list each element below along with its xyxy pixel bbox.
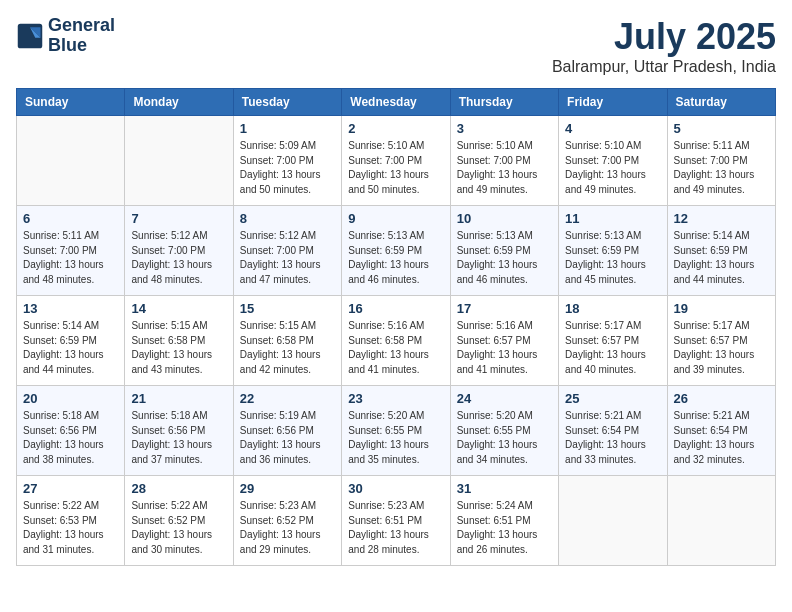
day-info: Sunrise: 5:22 AM Sunset: 6:52 PM Dayligh… [131, 499, 226, 557]
week-row-3: 13Sunrise: 5:14 AM Sunset: 6:59 PM Dayli… [17, 296, 776, 386]
day-info: Sunrise: 5:09 AM Sunset: 7:00 PM Dayligh… [240, 139, 335, 197]
day-info: Sunrise: 5:20 AM Sunset: 6:55 PM Dayligh… [457, 409, 552, 467]
day-number: 9 [348, 211, 443, 226]
day-number: 6 [23, 211, 118, 226]
calendar-cell: 8Sunrise: 5:12 AM Sunset: 7:00 PM Daylig… [233, 206, 341, 296]
day-info: Sunrise: 5:14 AM Sunset: 6:59 PM Dayligh… [23, 319, 118, 377]
day-number: 21 [131, 391, 226, 406]
day-info: Sunrise: 5:23 AM Sunset: 6:52 PM Dayligh… [240, 499, 335, 557]
day-info: Sunrise: 5:11 AM Sunset: 7:00 PM Dayligh… [674, 139, 769, 197]
week-row-4: 20Sunrise: 5:18 AM Sunset: 6:56 PM Dayli… [17, 386, 776, 476]
day-number: 30 [348, 481, 443, 496]
day-info: Sunrise: 5:15 AM Sunset: 6:58 PM Dayligh… [240, 319, 335, 377]
day-info: Sunrise: 5:19 AM Sunset: 6:56 PM Dayligh… [240, 409, 335, 467]
day-number: 27 [23, 481, 118, 496]
calendar-cell: 10Sunrise: 5:13 AM Sunset: 6:59 PM Dayli… [450, 206, 558, 296]
calendar-cell: 15Sunrise: 5:15 AM Sunset: 6:58 PM Dayli… [233, 296, 341, 386]
location-subtitle: Balrampur, Uttar Pradesh, India [552, 58, 776, 76]
day-number: 28 [131, 481, 226, 496]
weekday-header-tuesday: Tuesday [233, 89, 341, 116]
day-number: 4 [565, 121, 660, 136]
calendar-cell: 14Sunrise: 5:15 AM Sunset: 6:58 PM Dayli… [125, 296, 233, 386]
day-number: 8 [240, 211, 335, 226]
day-number: 25 [565, 391, 660, 406]
weekday-header-saturday: Saturday [667, 89, 775, 116]
day-info: Sunrise: 5:18 AM Sunset: 6:56 PM Dayligh… [23, 409, 118, 467]
day-info: Sunrise: 5:23 AM Sunset: 6:51 PM Dayligh… [348, 499, 443, 557]
week-row-1: 1Sunrise: 5:09 AM Sunset: 7:00 PM Daylig… [17, 116, 776, 206]
day-info: Sunrise: 5:10 AM Sunset: 7:00 PM Dayligh… [457, 139, 552, 197]
day-info: Sunrise: 5:13 AM Sunset: 6:59 PM Dayligh… [565, 229, 660, 287]
day-info: Sunrise: 5:11 AM Sunset: 7:00 PM Dayligh… [23, 229, 118, 287]
logo-icon [16, 22, 44, 50]
day-info: Sunrise: 5:21 AM Sunset: 6:54 PM Dayligh… [674, 409, 769, 467]
day-number: 1 [240, 121, 335, 136]
week-row-5: 27Sunrise: 5:22 AM Sunset: 6:53 PM Dayli… [17, 476, 776, 566]
day-number: 7 [131, 211, 226, 226]
day-number: 10 [457, 211, 552, 226]
calendar-cell: 6Sunrise: 5:11 AM Sunset: 7:00 PM Daylig… [17, 206, 125, 296]
day-number: 11 [565, 211, 660, 226]
calendar-cell: 1Sunrise: 5:09 AM Sunset: 7:00 PM Daylig… [233, 116, 341, 206]
day-number: 17 [457, 301, 552, 316]
day-info: Sunrise: 5:10 AM Sunset: 7:00 PM Dayligh… [348, 139, 443, 197]
day-info: Sunrise: 5:22 AM Sunset: 6:53 PM Dayligh… [23, 499, 118, 557]
weekday-header-sunday: Sunday [17, 89, 125, 116]
day-number: 29 [240, 481, 335, 496]
page-header: General Blue July 2025 Balrampur, Uttar … [16, 16, 776, 76]
day-info: Sunrise: 5:17 AM Sunset: 6:57 PM Dayligh… [674, 319, 769, 377]
month-year-title: July 2025 [552, 16, 776, 58]
weekday-header-monday: Monday [125, 89, 233, 116]
day-number: 24 [457, 391, 552, 406]
calendar-cell: 18Sunrise: 5:17 AM Sunset: 6:57 PM Dayli… [559, 296, 667, 386]
calendar-cell: 26Sunrise: 5:21 AM Sunset: 6:54 PM Dayli… [667, 386, 775, 476]
day-number: 13 [23, 301, 118, 316]
calendar-cell: 21Sunrise: 5:18 AM Sunset: 6:56 PM Dayli… [125, 386, 233, 476]
day-info: Sunrise: 5:13 AM Sunset: 6:59 PM Dayligh… [348, 229, 443, 287]
day-info: Sunrise: 5:20 AM Sunset: 6:55 PM Dayligh… [348, 409, 443, 467]
calendar-cell: 25Sunrise: 5:21 AM Sunset: 6:54 PM Dayli… [559, 386, 667, 476]
day-info: Sunrise: 5:24 AM Sunset: 6:51 PM Dayligh… [457, 499, 552, 557]
day-number: 2 [348, 121, 443, 136]
calendar-cell: 22Sunrise: 5:19 AM Sunset: 6:56 PM Dayli… [233, 386, 341, 476]
day-info: Sunrise: 5:10 AM Sunset: 7:00 PM Dayligh… [565, 139, 660, 197]
day-info: Sunrise: 5:12 AM Sunset: 7:00 PM Dayligh… [240, 229, 335, 287]
calendar-cell: 28Sunrise: 5:22 AM Sunset: 6:52 PM Dayli… [125, 476, 233, 566]
week-row-2: 6Sunrise: 5:11 AM Sunset: 7:00 PM Daylig… [17, 206, 776, 296]
calendar-cell: 5Sunrise: 5:11 AM Sunset: 7:00 PM Daylig… [667, 116, 775, 206]
day-number: 22 [240, 391, 335, 406]
day-number: 18 [565, 301, 660, 316]
calendar-cell: 31Sunrise: 5:24 AM Sunset: 6:51 PM Dayli… [450, 476, 558, 566]
calendar-cell: 7Sunrise: 5:12 AM Sunset: 7:00 PM Daylig… [125, 206, 233, 296]
calendar-cell: 27Sunrise: 5:22 AM Sunset: 6:53 PM Dayli… [17, 476, 125, 566]
weekday-header-friday: Friday [559, 89, 667, 116]
calendar-cell: 17Sunrise: 5:16 AM Sunset: 6:57 PM Dayli… [450, 296, 558, 386]
calendar-cell [559, 476, 667, 566]
day-info: Sunrise: 5:16 AM Sunset: 6:58 PM Dayligh… [348, 319, 443, 377]
calendar-cell: 2Sunrise: 5:10 AM Sunset: 7:00 PM Daylig… [342, 116, 450, 206]
calendar-table: SundayMondayTuesdayWednesdayThursdayFrid… [16, 88, 776, 566]
day-info: Sunrise: 5:13 AM Sunset: 6:59 PM Dayligh… [457, 229, 552, 287]
calendar-cell: 30Sunrise: 5:23 AM Sunset: 6:51 PM Dayli… [342, 476, 450, 566]
day-number: 5 [674, 121, 769, 136]
calendar-cell: 11Sunrise: 5:13 AM Sunset: 6:59 PM Dayli… [559, 206, 667, 296]
calendar-cell [125, 116, 233, 206]
day-number: 31 [457, 481, 552, 496]
day-info: Sunrise: 5:14 AM Sunset: 6:59 PM Dayligh… [674, 229, 769, 287]
day-info: Sunrise: 5:18 AM Sunset: 6:56 PM Dayligh… [131, 409, 226, 467]
weekday-header-row: SundayMondayTuesdayWednesdayThursdayFrid… [17, 89, 776, 116]
day-number: 3 [457, 121, 552, 136]
calendar-cell [17, 116, 125, 206]
calendar-cell: 4Sunrise: 5:10 AM Sunset: 7:00 PM Daylig… [559, 116, 667, 206]
calendar-cell: 24Sunrise: 5:20 AM Sunset: 6:55 PM Dayli… [450, 386, 558, 476]
day-number: 14 [131, 301, 226, 316]
weekday-header-wednesday: Wednesday [342, 89, 450, 116]
calendar-cell: 19Sunrise: 5:17 AM Sunset: 6:57 PM Dayli… [667, 296, 775, 386]
calendar-cell: 16Sunrise: 5:16 AM Sunset: 6:58 PM Dayli… [342, 296, 450, 386]
calendar-cell: 29Sunrise: 5:23 AM Sunset: 6:52 PM Dayli… [233, 476, 341, 566]
calendar-cell: 3Sunrise: 5:10 AM Sunset: 7:00 PM Daylig… [450, 116, 558, 206]
logo-text: General Blue [48, 16, 115, 56]
calendar-cell [667, 476, 775, 566]
weekday-header-thursday: Thursday [450, 89, 558, 116]
day-number: 26 [674, 391, 769, 406]
